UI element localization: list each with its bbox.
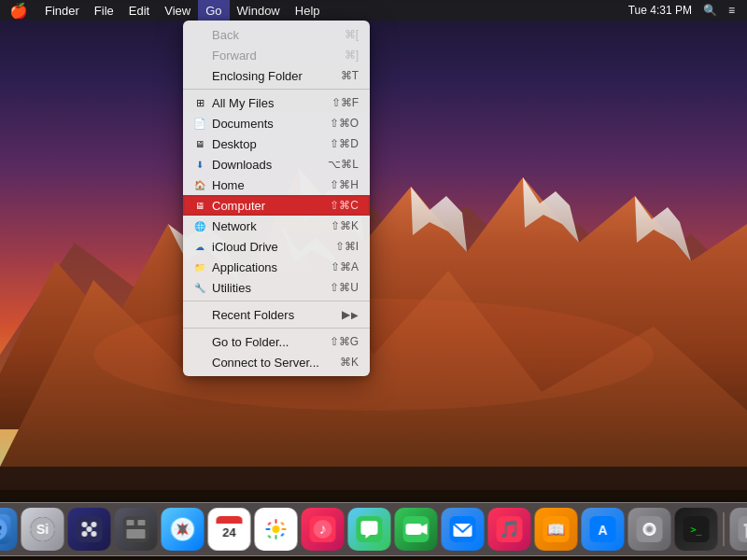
svg-rect-27 bbox=[127, 520, 134, 525]
svg-text:📖: 📖 bbox=[547, 521, 566, 539]
menu-item-enclosing-label: Enclosing Folder bbox=[212, 69, 303, 83]
dock-separator bbox=[724, 512, 725, 546]
network-icon: 🌐 bbox=[192, 218, 207, 233]
menu-separator-3 bbox=[183, 328, 370, 329]
menu-item-icloud-label: iCloud Drive bbox=[212, 240, 278, 254]
menu-item-documents[interactable]: 📄 Documents ⇧⌘O bbox=[183, 113, 370, 133]
menu-item-recent-folders[interactable]: Recent Folders ▶ bbox=[183, 304, 370, 325]
menu-item-go-to-folder-shortcut: ⇧⌘G bbox=[330, 335, 359, 348]
dock-sysprefs[interactable] bbox=[628, 508, 671, 551]
dock-photos[interactable] bbox=[255, 508, 298, 551]
dock-mission-control[interactable] bbox=[115, 508, 158, 551]
menubar-view[interactable]: View bbox=[157, 0, 198, 21]
menu-item-applications[interactable]: 📁 Applications ⇧⌘A bbox=[183, 257, 370, 277]
svg-rect-29 bbox=[127, 529, 146, 539]
menu-item-documents-shortcut: ⇧⌘O bbox=[330, 117, 359, 130]
dock-terminal[interactable]: >_ bbox=[675, 508, 718, 551]
dock-books[interactable]: 📖 bbox=[535, 508, 578, 551]
dock-facetime[interactable] bbox=[395, 508, 438, 551]
menubar-window[interactable]: Window bbox=[230, 0, 288, 21]
menubar-edit[interactable]: Edit bbox=[121, 0, 157, 21]
menubar-finder[interactable]: Finder bbox=[37, 0, 87, 21]
dock-launchpad[interactable] bbox=[68, 508, 111, 551]
dock-trash[interactable] bbox=[730, 508, 748, 551]
menu-item-recent-label: Recent Folders bbox=[212, 308, 294, 322]
facetime-icon bbox=[403, 516, 430, 542]
svg-text:A: A bbox=[598, 523, 607, 538]
applications-icon: 📁 bbox=[192, 259, 207, 274]
menu-item-documents-left: 📄 Documents bbox=[192, 116, 274, 131]
menubar: 🍎 Finder File Edit View Go Window Help T… bbox=[0, 0, 747, 21]
menubar-file[interactable]: File bbox=[87, 0, 121, 21]
menu-item-desktop-left: 🖥 Desktop bbox=[192, 136, 257, 151]
menu-item-all-files[interactable]: ⊞ All My Files ⇧⌘F bbox=[183, 92, 370, 113]
icloud-icon: ☁ bbox=[192, 239, 207, 254]
messages-icon bbox=[357, 516, 383, 542]
dock-siri[interactable]: Si bbox=[21, 508, 64, 551]
all-files-icon: ⊞ bbox=[192, 95, 207, 110]
svg-text:♪: ♪ bbox=[319, 521, 327, 537]
menu-item-downloads-shortcut: ⌥⌘L bbox=[328, 158, 359, 171]
menu-item-icloud-left: ☁ iCloud Drive bbox=[192, 239, 278, 254]
menu-item-back-left: Back bbox=[192, 27, 239, 42]
menu-item-icloud[interactable]: ☁ iCloud Drive ⇧⌘I bbox=[183, 236, 370, 257]
menu-item-back-label: Back bbox=[212, 28, 239, 42]
svg-point-42 bbox=[273, 525, 280, 533]
svg-rect-43 bbox=[275, 519, 277, 524]
menu-item-utilities-shortcut: ⇧⌘U bbox=[330, 281, 359, 294]
menu-item-connect[interactable]: Connect to Server... ⌘K bbox=[183, 352, 370, 372]
menu-item-back[interactable]: Back ⌘[ bbox=[183, 24, 370, 45]
dock-itunes[interactable]: ♪ bbox=[302, 508, 345, 551]
dock-calendar[interactable]: 24 bbox=[208, 508, 251, 551]
utilities-icon: 🔧 bbox=[192, 280, 207, 295]
menubar-notification-icon[interactable]: ≡ bbox=[724, 4, 740, 17]
terminal-icon: >_ bbox=[684, 516, 710, 542]
finder-icon bbox=[0, 514, 11, 544]
svg-rect-44 bbox=[275, 535, 277, 539]
trash-icon bbox=[739, 516, 748, 542]
dock-safari[interactable] bbox=[162, 508, 204, 551]
menu-item-home-label: Home bbox=[212, 178, 245, 192]
sysprefs-icon bbox=[637, 516, 663, 542]
menu-separator-2 bbox=[183, 301, 370, 301]
menu-item-utilities[interactable]: 🔧 Utilities ⇧⌘U bbox=[183, 277, 370, 298]
menu-item-downloads-left: ⬇ Downloads bbox=[192, 157, 272, 172]
documents-icon: 📄 bbox=[192, 116, 207, 131]
dock-mail[interactable] bbox=[442, 508, 485, 551]
svg-text:>_: >_ bbox=[690, 525, 702, 536]
books-icon: 📖 bbox=[543, 516, 570, 542]
menu-item-go-to-folder[interactable]: Go to Folder... ⇧⌘G bbox=[183, 331, 370, 352]
menu-item-home-shortcut: ⇧⌘H bbox=[330, 178, 359, 191]
dock-messages[interactable] bbox=[348, 508, 391, 551]
menu-item-network[interactable]: 🌐 Network ⇧⌘K bbox=[183, 216, 370, 236]
svg-rect-39 bbox=[217, 520, 243, 524]
menu-item-computer[interactable]: 🖥 Computer ⇧⌘C bbox=[183, 195, 370, 216]
menubar-search-icon[interactable]: 🔍 bbox=[698, 4, 722, 17]
menubar-time: Tue 4:31 PM bbox=[624, 4, 697, 17]
desktop-background bbox=[0, 0, 747, 560]
dock-music[interactable]: 🎵 bbox=[488, 508, 531, 551]
dock-appstore[interactable]: A bbox=[582, 508, 625, 551]
launchpad-icon bbox=[77, 516, 103, 542]
menu-item-network-label: Network bbox=[212, 219, 257, 233]
menu-item-downloads-label: Downloads bbox=[212, 158, 272, 172]
menubar-help[interactable]: Help bbox=[288, 0, 328, 21]
menu-item-home-left: 🏠 Home bbox=[192, 177, 245, 192]
menubar-right: Tue 4:31 PM 🔍 ≡ bbox=[624, 4, 747, 17]
siri-icon: Si bbox=[30, 516, 56, 542]
menu-item-home[interactable]: 🏠 Home ⇧⌘H bbox=[183, 175, 370, 195]
menu-item-enclosing[interactable]: Enclosing Folder ⌘T bbox=[183, 65, 370, 86]
menubar-left: 🍎 Finder File Edit View Go Window Help bbox=[0, 0, 624, 21]
menu-item-desktop[interactable]: 🖥 Desktop ⇧⌘D bbox=[183, 133, 370, 154]
svg-point-24 bbox=[92, 531, 97, 537]
menubar-go[interactable]: Go bbox=[198, 0, 229, 21]
go-dropdown-menu: Back ⌘[ Forward ⌘] Enclosing Folder ⌘T ⊞ bbox=[183, 21, 370, 376]
menu-item-downloads[interactable]: ⬇ Downloads ⌥⌘L bbox=[183, 154, 370, 175]
menu-item-forward[interactable]: Forward ⌘] bbox=[183, 45, 370, 65]
menu-item-network-left: 🌐 Network bbox=[192, 218, 257, 233]
dock-finder[interactable] bbox=[0, 508, 18, 551]
apple-menu[interactable]: 🍎 bbox=[0, 0, 37, 21]
menu-item-utilities-left: 🔧 Utilities bbox=[192, 280, 251, 295]
desktop: 🍎 Finder File Edit View Go Window Help T… bbox=[0, 0, 747, 560]
svg-point-68 bbox=[647, 526, 653, 532]
